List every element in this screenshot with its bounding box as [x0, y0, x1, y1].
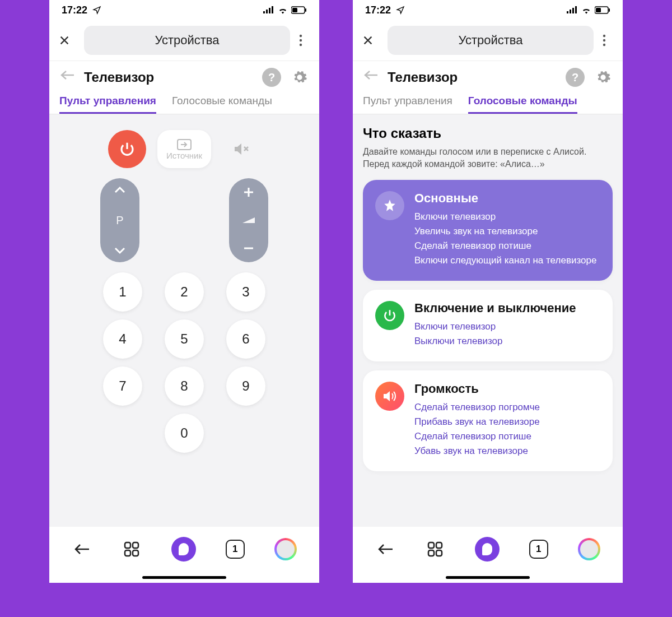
svg-rect-21 [609, 8, 610, 12]
card-title: Основные [414, 191, 596, 206]
channel-down-button[interactable] [114, 247, 126, 254]
help-icon[interactable]: ? [262, 68, 281, 87]
avatar-icon [580, 540, 598, 558]
nav-tabs-button[interactable]: 1 [226, 540, 245, 559]
voice-command: Прибавь звук на телевизоре [414, 416, 540, 428]
nav-alice-button[interactable] [171, 537, 196, 562]
home-indicator[interactable] [49, 572, 319, 583]
numkey-3[interactable]: 3 [226, 272, 265, 312]
nav-apps-button[interactable] [425, 539, 445, 559]
nav-back-button[interactable] [72, 539, 92, 559]
battery-icon [291, 6, 307, 14]
voice-command: Сделай телевизор погромче [414, 402, 540, 413]
alice-icon [482, 543, 492, 555]
voice-heading: Что сказать [363, 126, 613, 141]
svg-rect-3 [272, 6, 273, 13]
svg-rect-14 [133, 550, 138, 556]
number-pad: 1 2 3 4 5 6 7 8 9 0 [103, 272, 265, 453]
nav-alice-button[interactable] [475, 537, 500, 562]
numkey-9[interactable]: 9 [226, 367, 265, 406]
power-icon [375, 301, 404, 330]
svg-rect-15 [567, 11, 568, 13]
card-power[interactable]: Включение и выключение Включи телевизор … [363, 290, 613, 361]
nav-apps-button[interactable] [122, 539, 142, 559]
volume-down-button[interactable] [242, 242, 255, 254]
home-indicator[interactable] [353, 572, 623, 583]
app-header: Устройства [49, 20, 319, 61]
status-time: 17:22 [62, 4, 101, 16]
volume-icon [241, 216, 256, 224]
card-title: Громкость [414, 382, 540, 396]
input-icon [176, 138, 192, 151]
avatar-icon [277, 540, 295, 558]
card-volume[interactable]: Громкость Сделай телевизор погромче Приб… [363, 370, 613, 471]
channel-rocker: P [100, 178, 139, 262]
battery-icon [595, 6, 610, 14]
status-icons [567, 6, 610, 14]
svg-rect-28 [436, 550, 442, 556]
status-bar: 17:22 [353, 0, 623, 20]
numkey-6[interactable]: 6 [226, 319, 265, 359]
svg-rect-16 [570, 10, 571, 13]
svg-rect-13 [125, 550, 130, 556]
back-icon[interactable] [363, 69, 379, 85]
close-icon[interactable] [362, 34, 379, 47]
channel-up-button[interactable] [114, 186, 126, 194]
wifi-icon [278, 6, 288, 14]
subheader: Телевизор ? [353, 61, 623, 87]
close-icon[interactable] [58, 34, 75, 47]
numkey-2[interactable]: 2 [165, 272, 204, 312]
header-title-pill[interactable]: Устройства [84, 26, 290, 55]
tab-voice[interactable]: Голосовые команды [468, 95, 577, 114]
nav-profile-button[interactable] [578, 538, 600, 560]
volume-rocker [229, 178, 268, 262]
svg-point-7 [300, 35, 302, 37]
mute-button[interactable] [222, 130, 260, 168]
bottom-nav: 1 [49, 527, 319, 572]
svg-point-24 [603, 44, 605, 46]
card-basics[interactable]: Основные Включи телевизор Увеличь звук н… [363, 180, 613, 281]
voice-command: Сделай телевизор потише [414, 431, 540, 442]
svg-rect-0 [263, 11, 265, 13]
nav-back-button[interactable] [375, 539, 395, 559]
svg-point-22 [603, 35, 605, 37]
numkey-7[interactable]: 7 [103, 367, 142, 406]
power-icon [119, 141, 136, 157]
tabs: Пульт управления Голосовые команды [353, 87, 623, 114]
volume-up-button[interactable] [242, 186, 255, 198]
nav-profile-button[interactable] [274, 538, 297, 560]
svg-rect-2 [269, 8, 270, 13]
source-button[interactable]: Источник [157, 130, 211, 168]
numkey-1[interactable]: 1 [103, 272, 142, 312]
svg-rect-20 [596, 8, 601, 12]
numkey-0[interactable]: 0 [165, 414, 204, 453]
numkey-5[interactable]: 5 [165, 319, 204, 359]
more-icon[interactable] [299, 34, 310, 47]
tab-voice[interactable]: Голосовые команды [172, 95, 272, 114]
numkey-4[interactable]: 4 [103, 319, 142, 359]
location-icon [92, 6, 101, 15]
svg-point-23 [603, 39, 605, 41]
voice-command: Выключи телевизор [414, 336, 576, 347]
voice-command: Включи телевизор [414, 211, 596, 222]
numkey-8[interactable]: 8 [165, 367, 204, 406]
settings-icon[interactable] [594, 68, 613, 87]
voice-command: Увеличь звук на телевизоре [414, 226, 596, 237]
card-title: Включение и выключение [414, 301, 576, 316]
settings-icon[interactable] [290, 68, 309, 87]
tab-remote[interactable]: Пульт управления [363, 95, 452, 114]
back-icon[interactable] [59, 69, 75, 85]
power-button[interactable] [108, 130, 146, 168]
bottom-nav: 1 [353, 527, 623, 572]
app-header: Устройства [353, 20, 623, 61]
tabs: Пульт управления Голосовые команды [49, 87, 319, 114]
voice-panel: Что сказать Давайте команды голосом или … [353, 114, 623, 527]
svg-rect-5 [292, 8, 297, 12]
volume-icon [375, 382, 404, 411]
svg-rect-18 [575, 6, 577, 13]
header-title-pill[interactable]: Устройства [388, 26, 594, 55]
nav-tabs-button[interactable]: 1 [529, 540, 548, 559]
help-icon[interactable]: ? [566, 68, 585, 87]
more-icon[interactable] [603, 34, 614, 47]
tab-remote[interactable]: Пульт управления [59, 95, 156, 114]
